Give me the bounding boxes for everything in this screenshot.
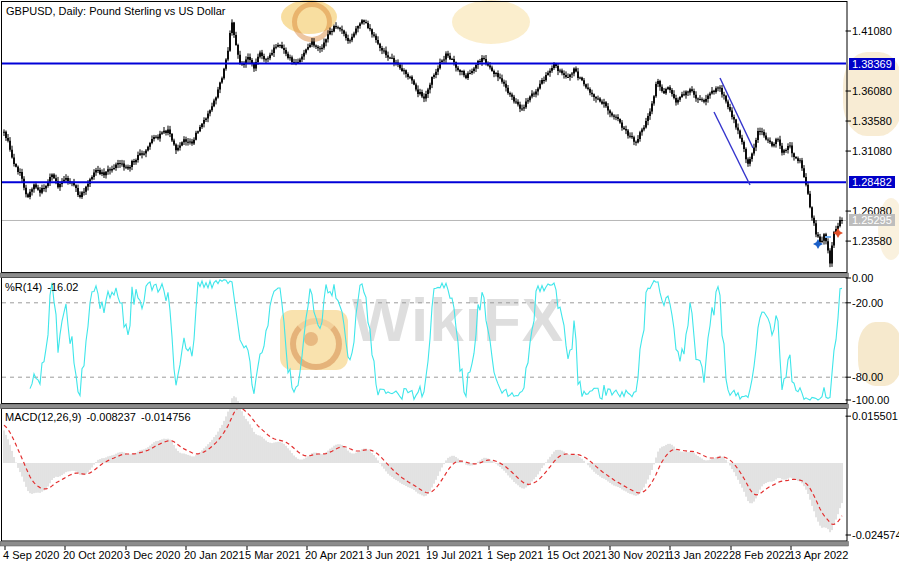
- chart-title: GBPUSD, Daily: Pound Sterling vs US Doll…: [6, 5, 225, 17]
- wpr-value: -16.02: [47, 281, 78, 293]
- level-price-label: 1.28482: [849, 176, 895, 188]
- wpr-tick-label: 0.00: [852, 272, 873, 284]
- candle-bodies: [3, 20, 843, 263]
- wpr-name: %R(14): [5, 281, 42, 293]
- wpr-indicator-label: %R(14)-16.02: [5, 281, 79, 293]
- macd-tick-label: 0.015501: [852, 410, 898, 422]
- price-tick-label: 1.23580: [852, 235, 892, 247]
- date-tick-label: 30 Nov 2021: [608, 549, 670, 561]
- panel-separator[interactable]: [0, 273, 849, 278]
- macd-indicator-label: MACD(12,26,9)-0.008237-0.014756: [5, 411, 191, 423]
- date-tick-label: 19 Jul 2021: [426, 549, 483, 561]
- date-tick-label: 3 Dec 2020: [124, 549, 180, 561]
- date-tick-label: 3 Jun 2021: [366, 549, 420, 561]
- price-tick-label: 1.33580: [852, 115, 892, 127]
- candle-wicks: [4, 19, 842, 267]
- macd-tick-label: -0.024574: [852, 529, 899, 541]
- panel-separator[interactable]: [0, 542, 849, 547]
- wpr-tick-label: -80.00: [852, 371, 883, 383]
- main-chart-area[interactable]: [2, 2, 848, 273]
- date-tick-label: 28 Feb 2022: [729, 549, 791, 561]
- date-tick-label: 5 Mar 2021: [245, 549, 301, 561]
- price-tick-label: 1.36080: [852, 85, 892, 97]
- date-tick-label: 4 Sep 2020: [3, 549, 59, 561]
- macd-value: -0.008237: [86, 411, 136, 423]
- price-chart-canvas: [0, 0, 899, 568]
- macd-signal-line: [4, 408, 842, 525]
- wpr-tick-label: -20.00: [852, 297, 883, 309]
- panel-separator[interactable]: [0, 404, 849, 409]
- date-tick-label: 15 Oct 2021: [547, 549, 607, 561]
- price-tick-label: 1.31080: [852, 145, 892, 157]
- date-tick-label: 13 Apr 2022: [789, 549, 848, 561]
- chart-title-text: GBPUSD, Daily: Pound Sterling vs US Doll…: [6, 5, 225, 17]
- macd-signal-value: -0.014756: [141, 411, 191, 423]
- macd-name: MACD(12,26,9): [5, 411, 81, 423]
- price-tick-label: 1.41080: [852, 25, 892, 37]
- date-tick-label: 13 Jan 2022: [668, 549, 729, 561]
- wpr-line: [30, 280, 842, 401]
- dash-marker: [825, 236, 831, 238]
- current-price-label: 1.25295: [849, 214, 895, 226]
- trend-channel-line[interactable]: [720, 78, 753, 148]
- date-tick-label: 20 Oct 2020: [63, 549, 123, 561]
- chart-window: WikiFX GBPUSD, Daily: Pound Sterling vs …: [0, 0, 899, 568]
- level-price-label: 1.38369: [849, 58, 895, 70]
- date-tick-label: 20 Jan 2021: [184, 549, 245, 561]
- date-tick-label: 1 Sep 2021: [487, 549, 543, 561]
- date-tick-label: 20 Apr 2021: [305, 549, 364, 561]
- wpr-tick-label: -100.00: [852, 394, 889, 406]
